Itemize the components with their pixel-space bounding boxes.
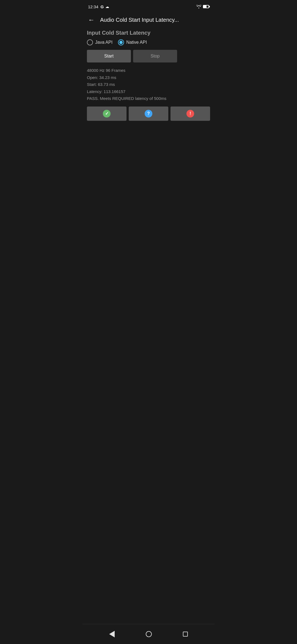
stat-pass: PASS. Meets REQUIRED latency of 500ms [87,95,210,102]
nav-home-icon [146,631,152,637]
back-button[interactable]: ← [87,15,96,24]
stop-button[interactable]: Stop [133,50,177,62]
battery-icon [203,5,209,8]
stat-start: Start: 63.73 ms [87,81,210,88]
app-bar: ← Audio Cold Start Input Latency... [82,12,215,28]
nav-home-button[interactable] [144,629,154,639]
status-time: 12:34 [88,4,98,9]
nav-recent-icon [183,632,188,637]
status-icons-left: G ☁ [101,4,109,9]
pass-icon: ✓ [105,111,109,116]
cloud-icon: ☁ [105,4,109,9]
google-icon: G [101,4,104,9]
radio-native-circle [118,39,124,45]
nav-back-icon [109,631,115,637]
main-content: Input Cold Start Latency Java API Native… [82,28,215,624]
pass-status-button[interactable]: ✓ [87,107,127,121]
buttons-row: Start Stop [87,50,210,62]
radio-row: Java API Native API [87,39,210,45]
app-title: Audio Cold Start Input Latency... [100,17,179,23]
status-bar-right [196,5,209,9]
status-icons-row: ✓ ? ! [87,107,210,121]
stat-hz-frames: 48000 Hz 96 Frames [87,67,210,74]
status-bar-left: 12:34 G ☁ [88,4,109,9]
radio-native-dot [119,41,123,44]
wifi-icon [196,5,201,9]
radio-java[interactable]: Java API [87,39,112,45]
pass-icon-circle: ✓ [103,110,111,118]
stat-open: Open: 34.23 ms [87,74,210,81]
section-title: Input Cold Start Latency [87,30,210,36]
info-icon-circle: ? [145,110,152,118]
status-bar: 12:34 G ☁ [82,0,215,12]
stat-latency: Latency: 113.166157 [87,88,210,95]
error-icon: ! [189,111,191,116]
stats-section: 48000 Hz 96 Frames Open: 34.23 ms Start:… [87,67,210,102]
error-icon-circle: ! [186,110,194,118]
info-icon: ? [147,111,150,116]
radio-java-circle [87,39,93,45]
nav-back-button[interactable] [107,629,117,640]
error-status-button[interactable]: ! [170,107,210,121]
radio-java-label: Java API [95,40,112,45]
info-status-button[interactable]: ? [129,107,168,121]
radio-native[interactable]: Native API [118,39,147,45]
start-button[interactable]: Start [87,50,131,62]
nav-bar [82,624,215,644]
nav-recent-button[interactable] [181,629,190,639]
radio-native-label: Native API [126,40,147,45]
